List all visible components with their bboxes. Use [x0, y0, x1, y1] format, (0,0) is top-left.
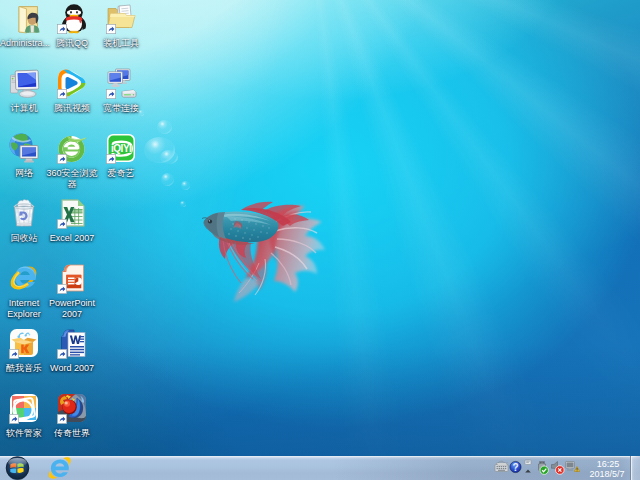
svg-text:16:25: 16:25: [597, 459, 620, 469]
svg-text:2018/5/7: 2018/5/7: [589, 469, 624, 479]
svg-text:iQIYI: iQIYI: [111, 143, 132, 154]
svg-text:?: ?: [512, 462, 518, 473]
